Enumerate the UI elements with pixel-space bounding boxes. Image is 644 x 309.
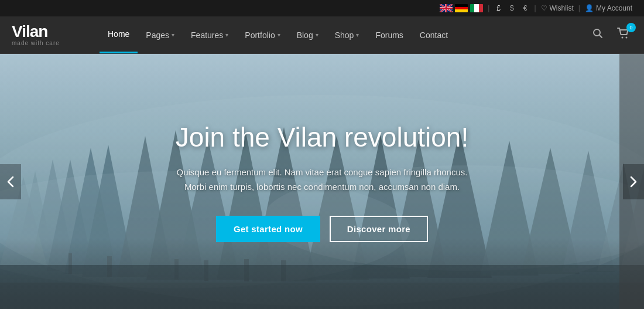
account-link[interactable]: 👤 My Account xyxy=(585,4,632,12)
currency-gbp[interactable]: £ xyxy=(494,4,503,12)
flag-de[interactable] xyxy=(455,4,468,12)
hero-subtitle-line2: Morbi enim turpis, lobortis nec condimen… xyxy=(184,182,460,192)
wishlist-divider: | xyxy=(534,4,536,12)
logo-text: Vilan xyxy=(12,23,82,40)
nav-item-home[interactable]: Home xyxy=(100,16,138,53)
prev-slide-button[interactable] xyxy=(0,164,21,199)
user-icon: 👤 xyxy=(585,4,594,12)
chevron-down-icon: ▾ xyxy=(278,32,280,38)
hero-subtitle: Quisque eu fermentum elit. Nam vitae era… xyxy=(176,165,468,195)
svg-point-3 xyxy=(622,37,624,39)
svg-point-4 xyxy=(626,37,628,39)
hero-content: Join the Vilan revolution! Quisque eu fe… xyxy=(164,110,480,254)
get-started-button[interactable]: Get started now xyxy=(216,216,320,242)
nav-item-contact[interactable]: Contact xyxy=(412,16,456,53)
nav-item-shop[interactable]: Shop ▾ xyxy=(327,16,368,53)
currency-usd[interactable]: $ xyxy=(508,4,516,12)
chevron-down-icon: ▾ xyxy=(172,32,174,38)
site-logo[interactable]: Vilan made with care xyxy=(12,23,82,46)
nav-item-forums[interactable]: Forums xyxy=(367,16,411,53)
hero-title: Join the Vilan revolution! xyxy=(176,121,468,153)
cart-button[interactable]: 0 xyxy=(615,25,632,45)
wishlist-label: Wishlist xyxy=(550,4,574,12)
top-bar: | £ $ € | ♡ Wishlist | 👤 My Account xyxy=(0,0,644,16)
account-label: My Account xyxy=(596,4,632,12)
cart-count: 0 xyxy=(626,23,636,32)
search-button[interactable] xyxy=(590,26,605,44)
discover-more-button[interactable]: Discover more xyxy=(330,216,428,242)
nav-item-portfolio[interactable]: Portfolio ▾ xyxy=(237,16,288,53)
nav-item-features[interactable]: Features ▾ xyxy=(183,16,237,53)
language-flags xyxy=(440,4,483,12)
nav-item-pages[interactable]: Pages ▾ xyxy=(138,16,183,53)
main-nav: Home Pages ▾ Features ▾ Portfolio ▾ Blog… xyxy=(100,16,590,53)
currency-eur[interactable]: € xyxy=(521,4,530,12)
chevron-down-icon: ▾ xyxy=(356,32,359,38)
flag-uk[interactable] xyxy=(440,4,453,12)
next-slide-button[interactable] xyxy=(623,164,644,199)
hero-buttons: Get started now Discover more xyxy=(176,216,468,242)
nav-item-blog[interactable]: Blog ▾ xyxy=(289,16,327,53)
wishlist-link[interactable]: ♡ Wishlist xyxy=(541,4,574,12)
nav-right-actions: 0 xyxy=(590,25,632,45)
logo-tagline: made with care xyxy=(12,40,82,46)
hero-subtitle-line1: Quisque eu fermentum elit. Nam vitae era… xyxy=(177,167,468,177)
svg-line-2 xyxy=(600,35,602,38)
flag-it[interactable] xyxy=(470,4,483,12)
hero-section: Join the Vilan revolution! Quisque eu fe… xyxy=(0,54,644,309)
site-header: Vilan made with care Home Pages ▾ Featur… xyxy=(0,16,644,54)
chevron-down-icon: ▾ xyxy=(225,32,228,38)
heart-icon: ♡ xyxy=(541,4,547,12)
chevron-down-icon: ▾ xyxy=(316,32,318,38)
account-divider: | xyxy=(578,4,580,12)
currency-divider: | xyxy=(488,4,489,12)
